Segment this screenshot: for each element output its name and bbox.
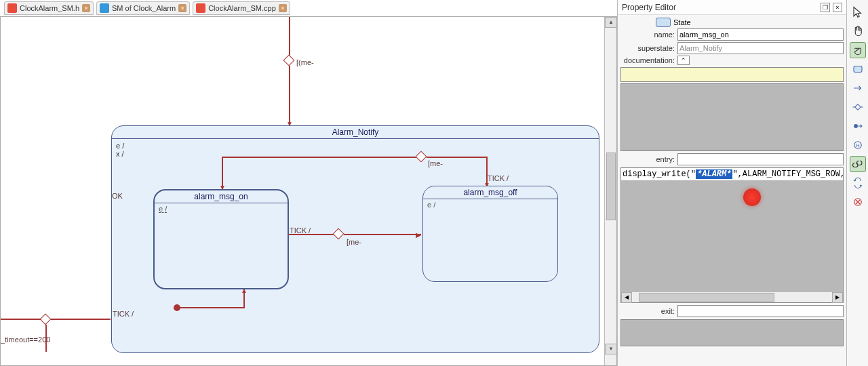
entry-input[interactable] (677, 153, 844, 165)
entry-action: e / (423, 199, 557, 210)
close-icon[interactable]: × (82, 4, 90, 12)
scroll-right-button[interactable]: ▶ (832, 292, 843, 303)
code-selection: *ALARM* (696, 169, 732, 179)
transition-line (51, 319, 111, 320)
tab-label: ClockAlarm_SM.h (20, 4, 79, 12)
tick-label: TICK / (113, 310, 134, 318)
transition-line (289, 17, 290, 56)
choice-point[interactable] (285, 56, 293, 64)
junction-label: [(me- (296, 58, 314, 66)
choice-point[interactable] (417, 152, 425, 161)
history-tool[interactable]: H (850, 137, 866, 153)
entry-action: e / (155, 203, 288, 214)
transition-tool[interactable] (850, 80, 866, 96)
property-editor-panel: Property Editor ❐ × State name: supersta… (617, 0, 846, 366)
arrow-up-icon: ▲ (241, 287, 248, 294)
tick-label: TICK / (488, 174, 509, 182)
pointer-tool[interactable] (850, 4, 866, 20)
state-title: Alarm_Notify (112, 126, 599, 139)
delete-tool[interactable] (850, 194, 866, 210)
vertical-scrollbar[interactable]: ▲ ▼ (604, 17, 616, 365)
code-text: display_write(" (623, 169, 696, 179)
tab-file-1[interactable]: ClockAlarm_SM.h × (4, 1, 94, 15)
transition-line (427, 157, 488, 158)
sync-tool[interactable] (850, 175, 866, 191)
state-tool[interactable] (850, 61, 866, 77)
state-alarm-msg-off[interactable]: alarm_msg_off e / (422, 186, 558, 282)
entry-action: e / (116, 142, 595, 150)
choice-point[interactable] (334, 230, 342, 238)
svg-point-2 (854, 124, 858, 128)
entry-code-area[interactable]: display_write("*ALARM*",ALARM_NOTIFY_MSG… (620, 167, 844, 303)
code-text: ",ALARM_NOTIFY_MSG_ROW,ALARM (732, 169, 843, 179)
guard-label: [me- (347, 238, 361, 246)
restore-icon[interactable]: ❐ (821, 3, 830, 12)
documentation-field-label: documentation: (620, 56, 675, 64)
tool-palette: H (846, 0, 868, 366)
grab-tool[interactable] (850, 42, 866, 58)
documentation-textarea[interactable] (620, 83, 844, 151)
ok-transition-label: OK (112, 192, 123, 200)
state-title: alarm_msg_on (155, 190, 288, 203)
exit-field-label: exit: (620, 307, 675, 315)
collapse-icon[interactable]: ⌃ (677, 56, 690, 65)
tab-file-3[interactable]: ClockAlarm_SM.cpp × (193, 1, 290, 15)
choice-tool[interactable] (850, 99, 866, 115)
panel-title: Property Editor (622, 3, 676, 12)
close-icon[interactable]: × (279, 4, 287, 12)
state-type-label: State (673, 18, 691, 26)
close-icon[interactable]: × (833, 3, 842, 12)
transition-line (289, 66, 290, 124)
diagram-canvas[interactable]: [(me- ▼ Alarm_Notify e / x / OK ▼ [me- ▼… (0, 16, 617, 366)
horizontal-scrollbar[interactable]: ◀ ▶ (621, 291, 843, 302)
scroll-thumb[interactable] (606, 152, 616, 220)
transition-line (222, 157, 418, 158)
sm-file-icon (100, 3, 109, 13)
guard-label: [me- (428, 159, 443, 167)
tab-label: ClockAlarm_SM.cpp (208, 4, 276, 12)
c-file-icon (7, 3, 17, 13)
scroll-up-button[interactable]: ▲ (605, 17, 617, 28)
choice-point[interactable] (41, 315, 50, 323)
initial-tool[interactable] (850, 118, 866, 134)
hand-tool[interactable] (850, 23, 866, 39)
c-file-icon (196, 3, 205, 13)
scroll-thumb[interactable] (639, 293, 774, 302)
arrow-right-icon: ▶ (416, 231, 421, 239)
svg-rect-0 (854, 66, 862, 73)
scroll-left-button[interactable]: ◀ (621, 292, 632, 303)
timeout-label: _timeout==200 (1, 336, 50, 344)
entry-field-label: entry: (620, 155, 675, 163)
exit-code-area[interactable] (620, 319, 844, 346)
state-alarm-msg-on[interactable]: alarm_msg_on e / (153, 189, 289, 289)
cursor-indicator (743, 188, 761, 206)
superstate-input[interactable] (677, 42, 844, 54)
name-input[interactable] (677, 28, 844, 41)
tab-label: SM of Clock_Alarm (112, 4, 176, 12)
code-line[interactable]: display_write("*ALARM*",ALARM_NOTIFY_MSG… (621, 168, 843, 180)
close-icon[interactable]: × (178, 4, 186, 12)
transition-line (1, 319, 41, 320)
scroll-down-button[interactable]: ▼ (605, 344, 617, 354)
tab-bar: ClockAlarm_SM.h × SM of Clock_Alarm × Cl… (0, 0, 290, 16)
documentation-text-highlight[interactable] (620, 67, 844, 82)
transition-line (344, 234, 421, 235)
state-type-icon (656, 18, 671, 27)
exit-input[interactable] (677, 305, 844, 317)
tab-file-2[interactable]: SM of Clock_Alarm × (96, 1, 190, 15)
name-field-label: name: (620, 30, 675, 39)
link-tool[interactable] (850, 156, 866, 172)
superstate-field-label: superstate: (620, 44, 675, 52)
svg-text:H: H (856, 142, 859, 148)
transition-line (180, 307, 245, 308)
tick-label: TICK / (290, 226, 311, 235)
panel-header: Property Editor ❐ × (618, 0, 846, 15)
transition-line (45, 325, 47, 352)
svg-rect-1 (854, 104, 860, 110)
state-title: alarm_msg_off (423, 186, 557, 199)
